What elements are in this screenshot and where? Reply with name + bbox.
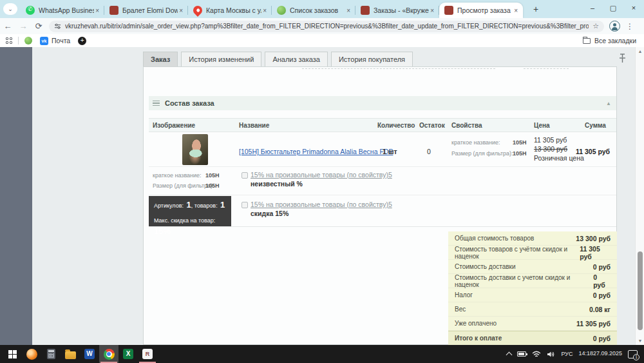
order-items-section-header[interactable]: Состав заказа ▲: [149, 96, 616, 110]
taskbar-explorer[interactable]: [61, 345, 80, 363]
new-tab-button[interactable]: +: [529, 3, 542, 16]
all-bookmarks-button[interactable]: Все закладки: [583, 34, 636, 47]
green-ball-icon: [277, 6, 286, 15]
tab-search-button[interactable]: ⌄: [3, 3, 17, 15]
totals-row: Уже оплачено 11 305 руб: [448, 317, 617, 331]
discount-checkbox[interactable]: [242, 202, 248, 208]
tab-order-list[interactable]: Список заказов ×: [272, 3, 355, 18]
forward-button[interactable]: →: [15, 21, 31, 31]
product-thumbnail[interactable]: [182, 134, 208, 165]
pin-icon[interactable]: [618, 53, 627, 63]
discount-note: скидка 15%: [251, 210, 289, 217]
profile-avatar[interactable]: [609, 21, 620, 32]
prop-label: Размер (для фильтра):: [451, 150, 513, 157]
divider: [18, 37, 19, 44]
discount-link[interactable]: 15% на произвольные товары (по свойству)…: [251, 201, 392, 208]
taskbar-excel[interactable]: X: [118, 345, 138, 363]
discount-note: неизвестный %: [251, 180, 303, 188]
scroll-down-icon[interactable]: ▼: [636, 338, 644, 343]
plus-icon: +: [78, 37, 86, 45]
order-items-table: Изображение Название Количество Остаток …: [149, 118, 616, 227]
tray-expand-button[interactable]: [507, 351, 511, 357]
orange-app-icon: [26, 349, 37, 360]
scroll-up-icon[interactable]: ▲: [636, 49, 644, 54]
apps-grid-icon[interactable]: [6, 37, 12, 44]
site-favicon-icon: [444, 6, 453, 15]
tab-order[interactable]: Заказ: [143, 52, 178, 66]
product-link[interactable]: [105Н] Бюстгальтер Primadonna Alalia Вес…: [239, 148, 393, 155]
totals-label: Уже оплачено: [455, 320, 497, 327]
collapse-icon[interactable]: ▲: [606, 101, 611, 106]
network-indicator[interactable]: [532, 351, 541, 358]
reload-button[interactable]: ⟳: [31, 21, 46, 31]
prop-value: 105Н: [205, 182, 220, 189]
address-bar[interactable]: vkruzhevah.ru/bitrix/admin/sale_order_vi…: [49, 21, 604, 32]
totals-value: 0.08 кг: [589, 306, 611, 313]
tab-orders[interactable]: Заказы - «Вкружевах» - ин ×: [355, 3, 439, 18]
site-settings-icon[interactable]: [54, 23, 61, 30]
url-text[interactable]: vkruzhevah.ru/bitrix/admin/sale_order_vi…: [65, 23, 589, 30]
notification-center-button[interactable]: 1: [628, 350, 638, 358]
summary-value: 15%: [154, 226, 171, 236]
site-favicon-icon: [109, 6, 118, 15]
bookmark-label: Почта: [52, 37, 70, 44]
browser-menu-icon[interactable]: ⋮: [626, 22, 634, 31]
discount-link[interactable]: 15% на произвольные товары (по свойству)…: [251, 171, 392, 179]
close-icon[interactable]: ×: [513, 7, 519, 14]
notification-icon: 1: [628, 350, 638, 358]
totals-label: Общая стоимость товаров: [455, 235, 534, 242]
close-icon[interactable]: ×: [94, 7, 100, 14]
totals-row: Стоимость доставки 0 руб: [448, 260, 617, 274]
tab-whatsapp[interactable]: WhatsApp Business ×: [21, 3, 104, 18]
table-row: краткое название: 105Н Размер (для фильт…: [149, 167, 616, 195]
bookmark-pochta[interactable]: vk Почта: [40, 37, 70, 45]
clock[interactable]: 14:18 27.09.2025: [578, 350, 622, 357]
tab-bralet[interactable]: Бралет Elomi Downtime 301 ×: [104, 3, 188, 18]
battery-indicator[interactable]: [517, 351, 526, 357]
close-window-button[interactable]: ×: [623, 0, 644, 17]
site-favicon-icon: [361, 6, 370, 15]
chrome-icon: [104, 349, 115, 360]
minimize-button[interactable]: –: [582, 0, 603, 17]
maximize-button[interactable]: ▢: [603, 0, 623, 17]
back-button[interactable]: ←: [0, 21, 15, 31]
bookmark-add[interactable]: +: [78, 37, 86, 45]
totals-value: 11 305 руб: [576, 320, 611, 328]
r-app-icon: R: [142, 349, 153, 359]
taskbar-app-r[interactable]: R: [138, 345, 157, 363]
browser-tabstrip: ⌄ WhatsApp Business × Бралет Elomi Downt…: [0, 0, 644, 18]
col-header: Остаток: [419, 122, 445, 129]
admin-sidebar-collapsed[interactable]: [0, 47, 32, 345]
tab-order-analysis[interactable]: Анализ заказа: [265, 52, 328, 66]
tab-order-view-active[interactable]: Просмотр заказа ID (12745 ×: [439, 3, 523, 18]
summary-value: 1: [220, 200, 225, 210]
bookmark-star-icon[interactable]: ☆: [592, 22, 599, 30]
tab-title: WhatsApp Business: [39, 6, 94, 14]
totals-value: 0 руб: [593, 273, 611, 289]
close-icon[interactable]: ×: [261, 7, 268, 14]
close-icon[interactable]: ×: [345, 7, 352, 14]
vertical-scrollbar[interactable]: ▲ ▼: [635, 47, 644, 345]
green-ball-icon: [24, 37, 32, 44]
close-icon[interactable]: ×: [429, 7, 435, 14]
table-row: Артикулов: 1, товаров: 1 Макс. скидка на…: [149, 195, 616, 227]
taskbar-chrome[interactable]: [99, 345, 118, 363]
bookmark-green[interactable]: [24, 37, 32, 44]
discount-checkbox[interactable]: [242, 172, 248, 179]
volume-indicator[interactable]: [547, 351, 555, 358]
tab-customer-history[interactable]: История покупателя: [331, 52, 413, 66]
start-button[interactable]: [3, 345, 22, 363]
tab-map[interactable]: Карта Москвы с улицами и ×: [188, 3, 272, 18]
close-icon[interactable]: ×: [178, 7, 184, 14]
language-indicator[interactable]: РУС: [561, 351, 573, 357]
taskbar-app-orange[interactable]: [22, 345, 41, 363]
prop-value: 105Н: [513, 150, 527, 157]
drag-handle-icon[interactable]: [153, 99, 160, 108]
word-icon: W: [84, 349, 95, 359]
tab-change-history[interactable]: История изменений: [181, 52, 261, 66]
screen: ⌄ WhatsApp Business × Бралет Elomi Downt…: [0, 0, 644, 363]
taskbar-word[interactable]: W: [80, 345, 99, 363]
scrollbar-thumb[interactable]: [638, 251, 643, 330]
totals-value: 0 руб: [593, 263, 611, 271]
taskbar-calculator[interactable]: [41, 345, 61, 363]
